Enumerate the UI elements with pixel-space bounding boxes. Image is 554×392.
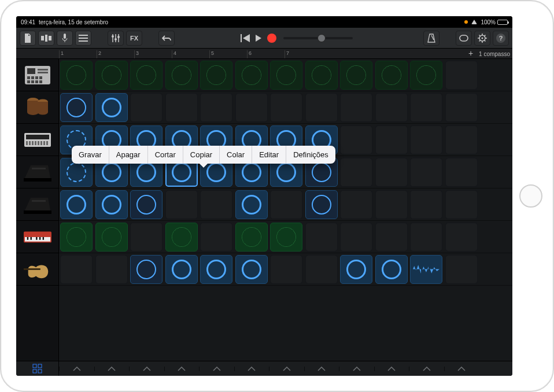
loop-cell[interactable]	[445, 255, 478, 284]
browser-button[interactable]	[38, 31, 54, 46]
loop-cell[interactable]	[235, 223, 268, 252]
loop-cell[interactable]	[375, 223, 408, 252]
loop-cell[interactable]	[445, 125, 478, 154]
column-trigger[interactable]	[164, 367, 200, 371]
loop-cell[interactable]	[375, 61, 408, 90]
section-length[interactable]: 1 compasso	[479, 51, 510, 57]
loop-cell[interactable]	[340, 190, 372, 219]
loop-cell[interactable]	[200, 223, 232, 252]
loop-cell[interactable]	[340, 93, 372, 122]
loop-cell[interactable]	[200, 255, 232, 284]
loop-cell[interactable]	[60, 93, 93, 122]
context-gravar[interactable]: Gravar	[72, 146, 109, 164]
loop-cell[interactable]	[60, 223, 93, 252]
loop-cell[interactable]	[200, 61, 232, 90]
loop-cell[interactable]	[410, 255, 442, 284]
record-button[interactable]	[267, 34, 276, 43]
loop-cell[interactable]	[445, 223, 478, 252]
loop-cell[interactable]	[130, 93, 162, 122]
track-header-piano-2[interactable]	[16, 188, 58, 221]
context-editar[interactable]: Editar	[252, 146, 286, 164]
column-trigger[interactable]	[59, 367, 94, 371]
loop-cell[interactable]	[445, 158, 478, 187]
undo-button[interactable]	[158, 31, 175, 46]
loop-cell[interactable]	[235, 255, 268, 284]
rewind-button[interactable]	[241, 34, 250, 42]
loop-cell[interactable]	[340, 61, 372, 90]
loop-cell[interactable]	[410, 158, 442, 187]
loop-cell[interactable]	[375, 93, 408, 122]
play-button[interactable]	[256, 35, 261, 42]
loop-cell[interactable]	[270, 61, 302, 90]
column-trigger[interactable]	[269, 367, 304, 371]
context-apagar[interactable]: Apagar	[109, 146, 148, 164]
loop-cell[interactable]	[95, 93, 128, 122]
loop-cell[interactable]	[340, 223, 372, 252]
track-header-electric-guitar[interactable]	[16, 253, 58, 286]
loop-cell[interactable]	[305, 223, 338, 252]
loop-cell[interactable]	[200, 190, 232, 219]
loop-cell[interactable]	[340, 125, 372, 154]
context-copiar[interactable]: Copiar	[183, 146, 220, 164]
context-colar[interactable]: Colar	[220, 146, 252, 164]
help-button[interactable]: ?	[493, 31, 509, 46]
volume-slider[interactable]	[283, 37, 353, 39]
loop-cell[interactable]	[410, 223, 442, 252]
loop-cell[interactable]	[270, 223, 302, 252]
loop-cell[interactable]	[60, 190, 93, 219]
loop-cell[interactable]	[410, 93, 442, 122]
loop-cell[interactable]	[375, 190, 408, 219]
loop-cell[interactable]	[60, 255, 93, 284]
loop-cell[interactable]	[95, 223, 128, 252]
loop-cell[interactable]	[235, 190, 268, 219]
track-header-congas[interactable]	[16, 91, 58, 124]
loop-cell[interactable]	[305, 255, 338, 284]
loop-cell[interactable]	[340, 158, 372, 187]
loop-cell[interactable]	[235, 93, 268, 122]
loop-cell[interactable]	[130, 255, 162, 284]
loop-cell[interactable]	[375, 125, 408, 154]
fx-button[interactable]: FX	[126, 31, 142, 46]
loop-cell[interactable]	[200, 93, 232, 122]
add-section-button[interactable]: +	[466, 49, 475, 58]
loop-cell[interactable]	[165, 93, 198, 122]
loop-cell[interactable]	[305, 93, 338, 122]
home-button[interactable]	[519, 184, 542, 208]
loop-cell[interactable]	[340, 255, 372, 284]
grid-toggle-icon[interactable]	[16, 361, 59, 376]
column-trigger[interactable]	[94, 367, 130, 371]
loop-cell[interactable]	[130, 190, 162, 219]
loop-cell[interactable]	[95, 61, 128, 90]
track-header-keyboard-red[interactable]	[16, 221, 58, 253]
my-songs-button[interactable]	[20, 31, 36, 46]
loop-cell[interactable]	[270, 255, 302, 284]
loop-cell[interactable]	[235, 61, 268, 90]
context-definições[interactable]: Definições	[286, 146, 335, 164]
loop-cell[interactable]	[165, 61, 198, 90]
metronome-button[interactable]	[423, 31, 439, 46]
loop-cell[interactable]	[305, 190, 338, 219]
track-header-piano-1[interactable]	[16, 156, 58, 188]
track-header-sampler[interactable]	[16, 59, 58, 91]
loop-cell[interactable]	[410, 190, 442, 219]
mixer-button[interactable]	[108, 31, 124, 46]
loop-cell[interactable]	[410, 61, 442, 90]
mic-button[interactable]	[57, 31, 73, 46]
loop-cell[interactable]	[270, 190, 302, 219]
column-trigger[interactable]	[304, 367, 339, 371]
timeline-ruler[interactable]: 1 2 3 4 5 6 7 + 1 compasso	[16, 49, 512, 59]
loop-cell[interactable]	[445, 190, 478, 219]
loop-cell[interactable]	[165, 223, 198, 252]
tracks-button[interactable]	[75, 31, 91, 46]
column-trigger[interactable]	[374, 367, 409, 371]
loop-cell[interactable]	[445, 61, 478, 90]
loop-cell[interactable]	[165, 255, 198, 284]
column-trigger[interactable]	[339, 367, 374, 371]
column-trigger[interactable]	[129, 367, 164, 371]
loop-cell[interactable]	[375, 158, 408, 187]
loop-cell[interactable]	[130, 223, 162, 252]
loop-cell[interactable]	[130, 61, 162, 90]
column-trigger[interactable]	[409, 367, 444, 371]
loop-cell[interactable]	[270, 93, 302, 122]
loop-cell[interactable]	[410, 125, 442, 154]
